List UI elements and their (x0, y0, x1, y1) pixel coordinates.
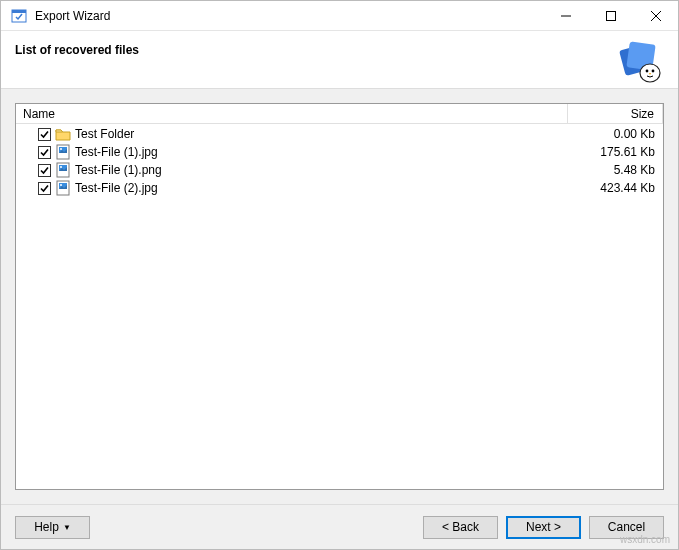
back-button[interactable]: < Back (423, 516, 498, 539)
file-name: Test-File (1).jpg (75, 145, 568, 159)
list-body: Test Folder0.00 KbTest-File (1).jpg175.6… (16, 124, 663, 489)
file-list: Name Size Test Folder0.00 KbTest-File (1… (15, 103, 664, 490)
table-row[interactable]: Test-File (1).png5.48 Kb (16, 161, 663, 179)
help-button-label: Help (34, 520, 59, 534)
table-row[interactable]: Test-File (2).jpg423.44 Kb (16, 179, 663, 197)
checkbox[interactable] (38, 146, 51, 159)
next-button[interactable]: Next > (506, 516, 581, 539)
next-button-label: Next > (526, 520, 561, 534)
file-size: 5.48 Kb (568, 163, 663, 177)
svg-point-14 (60, 148, 62, 150)
column-header-name[interactable]: Name (16, 104, 568, 123)
cancel-button-label: Cancel (608, 520, 645, 534)
file-size: 175.61 Kb (568, 145, 663, 159)
wizard-hero-icon (616, 37, 664, 85)
minimize-button[interactable] (543, 1, 588, 30)
list-header: Name Size (16, 104, 663, 124)
folder-icon (55, 126, 71, 142)
window-title: Export Wizard (35, 9, 543, 23)
help-button[interactable]: Help ▼ (15, 516, 90, 539)
close-button[interactable] (633, 1, 678, 30)
file-name: Test Folder (75, 127, 568, 141)
svg-point-10 (652, 70, 655, 73)
file-name: Test-File (1).png (75, 163, 568, 177)
image-file-icon (55, 162, 71, 178)
image-file-icon (55, 180, 71, 196)
svg-point-20 (60, 184, 62, 186)
page-title: List of recovered files (15, 43, 139, 57)
file-size: 423.44 Kb (568, 181, 663, 195)
button-bar: Help ▼ < Back Next > Cancel (1, 504, 678, 549)
checkbox[interactable] (38, 182, 51, 195)
svg-point-9 (646, 70, 649, 73)
cancel-button[interactable]: Cancel (589, 516, 664, 539)
back-button-label: < Back (442, 520, 479, 534)
titlebar: Export Wizard (1, 1, 678, 31)
column-header-size[interactable]: Size (568, 104, 663, 123)
file-name: Test-File (2).jpg (75, 181, 568, 195)
svg-point-17 (60, 166, 62, 168)
table-row[interactable]: Test-File (1).jpg175.61 Kb (16, 143, 663, 161)
svg-rect-3 (606, 11, 615, 20)
svg-rect-1 (12, 10, 26, 13)
app-icon (9, 6, 29, 26)
file-size: 0.00 Kb (568, 127, 663, 141)
wizard-header: List of recovered files (1, 31, 678, 89)
maximize-button[interactable] (588, 1, 633, 30)
chevron-down-icon: ▼ (63, 523, 71, 532)
content-area: Name Size Test Folder0.00 KbTest-File (1… (1, 89, 678, 504)
table-row[interactable]: Test Folder0.00 Kb (16, 125, 663, 143)
checkbox[interactable] (38, 164, 51, 177)
checkbox[interactable] (38, 128, 51, 141)
image-file-icon (55, 144, 71, 160)
